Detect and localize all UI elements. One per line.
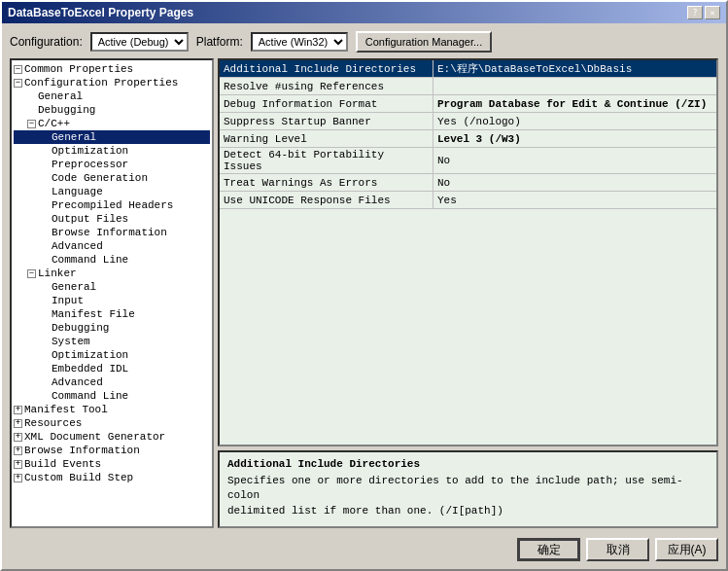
collapse-icon[interactable]: − [14, 65, 22, 74]
tree-item-cpp-language[interactable]: Language [14, 185, 210, 198]
tree-item-label: Manifest File [52, 308, 135, 320]
description-panel: Additional Include Directories Specifies… [218, 450, 718, 528]
expand-icon[interactable]: + [14, 446, 22, 455]
left-panel[interactable]: −Common Properties−Configuration Propert… [10, 58, 214, 528]
config-row: Configuration: Active (Debug) Platform: … [10, 31, 718, 53]
expand-icon[interactable]: + [14, 433, 22, 442]
tree-item-xml-doc[interactable]: +XML Document Generator [14, 430, 210, 444]
tree-item-cpp-optimization[interactable]: Optimization [14, 144, 210, 158]
tree-item-cpp-codegeneration[interactable]: Code Generation [14, 171, 210, 185]
tree-item-cpp[interactable]: −C/C++ [14, 117, 210, 130]
collapse-icon[interactable]: − [27, 269, 36, 278]
tree-item-label: Output Files [52, 213, 128, 225]
window-content: Configuration: Active (Debug) Platform: … [2, 23, 726, 569]
prop-value-7: Yes [433, 192, 716, 208]
tree-item-label: Precompiled Headers [52, 199, 173, 211]
tree-item-linker-debugging[interactable]: Debugging [14, 321, 210, 335]
tree-item-label: Code Generation [52, 172, 148, 184]
tree-item-label: General [38, 90, 83, 102]
config-label: Configuration: [10, 35, 83, 49]
prop-name-6: Treat Warnings As Errors [220, 174, 433, 191]
tree-item-linker-optimization[interactable]: Optimization [14, 348, 210, 362]
tree-item-linker-input[interactable]: Input [14, 294, 210, 307]
desc-title: Additional Include Directories [227, 458, 709, 470]
tree-item-label: Debugging [38, 104, 95, 116]
platform-select[interactable]: Active (Win32) [253, 34, 346, 50]
tree-item-debugging[interactable]: Debugging [14, 103, 210, 117]
prop-row-1[interactable]: Resolve #using References [220, 78, 716, 95]
tree-item-label: System [52, 336, 90, 347]
tree-item-cpp-advanced[interactable]: Advanced [14, 239, 210, 253]
tree-item-linker-manifest[interactable]: Manifest File [14, 307, 210, 321]
expand-icon[interactable]: + [14, 419, 22, 428]
prop-value-2: Program Database for Edit & Continue (/Z… [433, 95, 716, 112]
prop-value-1 [433, 78, 716, 94]
prop-name-4: Warning Level [220, 130, 433, 147]
prop-row-3[interactable]: Suppress Startup BannerYes (/nologo) [220, 113, 716, 130]
prop-value-0: E:\程序\DataBaseToExcel\DbBasis [433, 60, 716, 77]
apply-button[interactable]: 应用(A) [655, 538, 718, 561]
tree-item-label: Build Events [24, 458, 101, 470]
collapse-icon[interactable]: − [27, 120, 36, 128]
prop-value-3: Yes (/nologo) [433, 113, 716, 129]
prop-name-7: Use UNICODE Response Files [220, 192, 433, 208]
tree-item-label: Command Line [52, 390, 128, 402]
title-bar-buttons: ? ✕ [687, 6, 720, 19]
tree-item-linker-embedded[interactable]: Embedded IDL [14, 362, 210, 375]
prop-value-6: No [433, 174, 716, 191]
main-window: DataBaseToExcel Property Pages ? ✕ Confi… [0, 0, 728, 571]
ok-button[interactable]: 确定 [517, 538, 580, 561]
tree-item-label: Configuration Properties [24, 77, 178, 89]
tree-item-config-props[interactable]: −Configuration Properties [14, 76, 210, 89]
tree-item-custom-build[interactable]: +Custom Build Step [14, 471, 210, 484]
tree-item-label: General [52, 131, 96, 143]
platform-label: Platform: [196, 35, 243, 49]
expand-icon[interactable]: + [14, 474, 22, 482]
tree-item-linker-general[interactable]: General [14, 280, 210, 294]
tree-item-label: Browse Information [24, 445, 140, 456]
expand-icon[interactable]: + [14, 406, 22, 414]
tree-item-label: Advanced [52, 376, 103, 388]
close-button[interactable]: ✕ [705, 6, 720, 19]
tree-item-linker-cmdline[interactable]: Command Line [14, 389, 210, 403]
tree-item-cpp-general[interactable]: General [14, 130, 210, 144]
collapse-icon[interactable]: − [14, 79, 22, 88]
prop-row-5[interactable]: Detect 64-bit Portability IssuesNo [220, 148, 716, 174]
right-panel: Additional Include DirectoriesE:\程序\Data… [218, 58, 718, 528]
window-title: DataBaseToExcel Property Pages [8, 6, 193, 19]
expand-icon[interactable]: + [14, 460, 22, 469]
platform-select-wrapper[interactable]: Active (Win32) [251, 32, 348, 52]
tree-item-label: XML Document Generator [24, 431, 165, 443]
desc-text: Specifies one or more directories to add… [227, 474, 709, 518]
prop-row-0[interactable]: Additional Include DirectoriesE:\程序\Data… [220, 60, 716, 78]
config-manager-button[interactable]: Configuration Manager... [356, 31, 492, 53]
tree-item-browse-info[interactable]: +Browse Information [14, 444, 210, 457]
tree-item-label: Preprocessor [52, 159, 128, 170]
tree-item-resources[interactable]: +Resources [14, 416, 210, 430]
config-select-wrapper[interactable]: Active (Debug) [90, 32, 189, 52]
cancel-button[interactable]: 取消 [586, 538, 649, 561]
help-button[interactable]: ? [687, 6, 703, 19]
bottom-buttons: 确定 取消 应用(A) [10, 534, 718, 561]
tree-item-manifest-tool[interactable]: +Manifest Tool [14, 403, 210, 416]
tree-item-cpp-preprocessor[interactable]: Preprocessor [14, 158, 210, 171]
prop-row-7[interactable]: Use UNICODE Response FilesYes [220, 192, 716, 209]
tree-item-cpp-precompiled[interactable]: Precompiled Headers [14, 198, 210, 212]
prop-name-2: Debug Information Format [220, 95, 433, 112]
tree-item-cpp-browse[interactable]: Browse Information [14, 226, 210, 239]
tree-item-linker-system[interactable]: System [14, 335, 210, 348]
prop-row-2[interactable]: Debug Information FormatProgram Database… [220, 95, 716, 113]
tree-item-cpp-cmdline[interactable]: Command Line [14, 253, 210, 267]
tree-item-label: C/C++ [38, 118, 70, 129]
tree-item-build-events[interactable]: +Build Events [14, 457, 210, 471]
config-select[interactable]: Active (Debug) [92, 34, 187, 50]
title-bar: DataBaseToExcel Property Pages ? ✕ [2, 2, 726, 23]
tree-item-linker-advanced[interactable]: Advanced [14, 375, 210, 389]
prop-row-4[interactable]: Warning LevelLevel 3 (/W3) [220, 130, 716, 148]
tree-item-common-props[interactable]: −Common Properties [14, 62, 210, 76]
tree-item-label: Manifest Tool [24, 404, 108, 415]
tree-item-linker[interactable]: −Linker [14, 267, 210, 280]
tree-item-general[interactable]: General [14, 89, 210, 103]
prop-row-6[interactable]: Treat Warnings As ErrorsNo [220, 174, 716, 192]
tree-item-cpp-output[interactable]: Output Files [14, 212, 210, 226]
